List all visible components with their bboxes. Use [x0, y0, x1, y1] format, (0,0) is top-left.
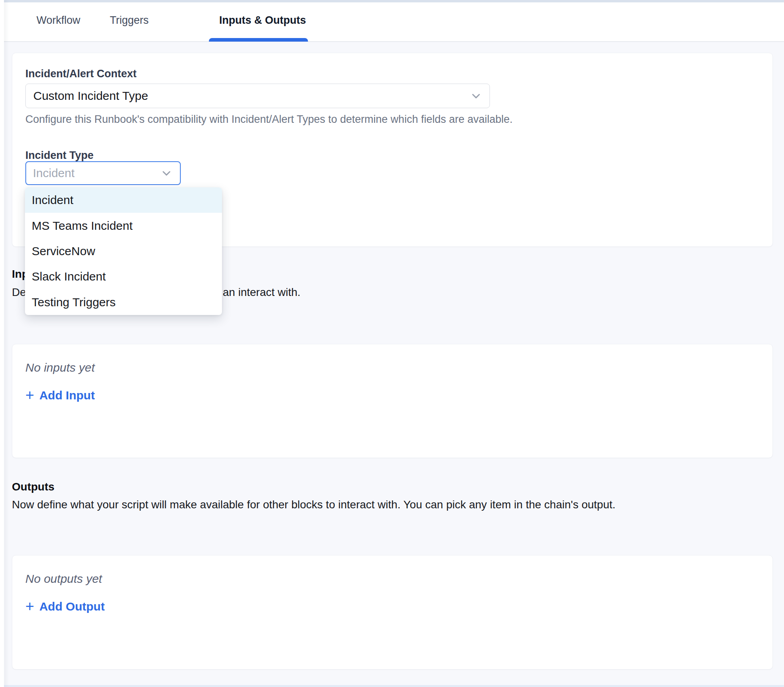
- incident-alert-context-help: Configure this Runbook's compatibility w…: [25, 113, 512, 126]
- tab-inputs-outputs[interactable]: Inputs & Outputs: [219, 14, 306, 27]
- add-input-button[interactable]: + Add Input: [25, 389, 95, 402]
- add-input-label: Add Input: [39, 389, 95, 402]
- plus-icon: +: [25, 600, 34, 612]
- inputs-section-description-fragment: De: [12, 286, 26, 299]
- active-tab-underline: [209, 38, 308, 42]
- chevron-down-icon: [161, 168, 172, 179]
- inputs-section-description-fragment: an interact with.: [223, 286, 300, 299]
- chevron-down-icon: [470, 90, 482, 101]
- inputs-card: No inputs yet + Add Input: [12, 344, 773, 458]
- inputs-outputs-page: Workflow Triggers Inputs & Outputs Incid…: [0, 0, 784, 687]
- menu-item-ms-teams-incident[interactable]: MS Teams Incident: [25, 213, 222, 238]
- incident-type-label: Incident Type: [25, 149, 94, 162]
- menu-item-servicenow[interactable]: ServiceNow: [25, 239, 222, 264]
- add-output-label: Add Output: [39, 600, 105, 613]
- tab-workflow[interactable]: Workflow: [36, 14, 80, 27]
- incident-alert-context-value: Custom Incident Type: [33, 89, 148, 103]
- tab-triggers[interactable]: Triggers: [110, 14, 149, 27]
- outputs-card: No outputs yet + Add Output: [12, 555, 773, 670]
- tab-bar: Workflow Triggers Inputs & Outputs: [4, 2, 784, 42]
- incident-type-select[interactable]: Incident: [25, 161, 181, 185]
- outputs-section-description: Now define what your script will make av…: [12, 498, 616, 511]
- incident-alert-context-select[interactable]: Custom Incident Type: [25, 84, 490, 108]
- menu-item-slack-incident[interactable]: Slack Incident: [25, 264, 222, 289]
- no-inputs-text: No inputs yet: [25, 361, 95, 374]
- add-output-button[interactable]: + Add Output: [25, 600, 105, 613]
- outputs-section-heading: Outputs: [12, 481, 54, 493]
- incident-type-dropdown-menu: Incident MS Teams Incident ServiceNow Sl…: [25, 187, 222, 315]
- menu-item-testing-triggers[interactable]: Testing Triggers: [25, 290, 222, 315]
- no-outputs-text: No outputs yet: [25, 572, 102, 586]
- menu-item-incident[interactable]: Incident: [25, 187, 222, 213]
- incident-type-placeholder: Incident: [33, 166, 75, 180]
- left-panel-edge: [0, 0, 4, 687]
- incident-alert-context-label: Incident/Alert Context: [25, 68, 137, 80]
- plus-icon: +: [25, 389, 34, 401]
- bottom-page-edge: [0, 685, 784, 687]
